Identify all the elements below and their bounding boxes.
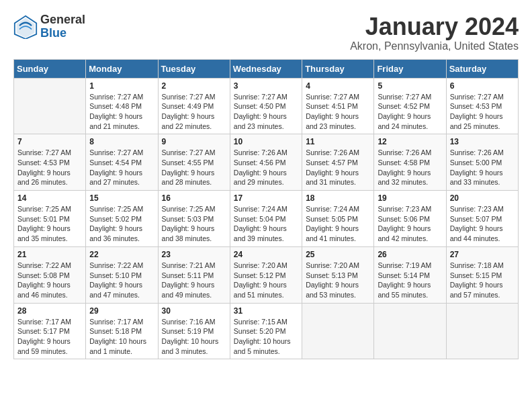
logo-general: General [40, 13, 85, 27]
day-number: 31 [234, 306, 298, 316]
calendar-cell: 12Sunrise: 7:26 AM Sunset: 4:58 PM Dayli… [374, 134, 446, 191]
day-number: 5 [378, 81, 442, 91]
day-info: Sunrise: 7:25 AM Sunset: 5:01 PM Dayligh… [17, 204, 82, 244]
calendar-cell: 5Sunrise: 7:27 AM Sunset: 4:52 PM Daylig… [374, 78, 446, 134]
calendar-cell [302, 303, 374, 359]
day-info: Sunrise: 7:27 AM Sunset: 4:50 PM Dayligh… [234, 92, 298, 132]
day-number: 14 [17, 193, 82, 203]
calendar-cell: 29Sunrise: 7:17 AM Sunset: 5:18 PM Dayli… [86, 303, 158, 359]
calendar-header: SundayMondayTuesdayWednesdayThursdayFrid… [14, 59, 519, 78]
day-number: 24 [234, 250, 298, 259]
day-info: Sunrise: 7:22 AM Sunset: 5:08 PM Dayligh… [17, 261, 82, 300]
calendar-cell: 19Sunrise: 7:23 AM Sunset: 5:06 PM Dayli… [374, 191, 446, 247]
day-number: 23 [162, 250, 226, 259]
day-info: Sunrise: 7:17 AM Sunset: 5:17 PM Dayligh… [17, 317, 82, 357]
day-info: Sunrise: 7:27 AM Sunset: 4:51 PM Dayligh… [306, 92, 370, 132]
logo-text: General Blue [40, 13, 85, 40]
day-number: 22 [89, 250, 154, 259]
day-number: 15 [89, 193, 154, 203]
calendar-cell: 16Sunrise: 7:25 AM Sunset: 5:03 PM Dayli… [158, 191, 230, 247]
day-number: 21 [17, 250, 82, 259]
calendar-cell: 25Sunrise: 7:20 AM Sunset: 5:13 PM Dayli… [302, 246, 374, 303]
calendar-cell: 7Sunrise: 7:27 AM Sunset: 4:53 PM Daylig… [14, 134, 86, 191]
day-info: Sunrise: 7:26 AM Sunset: 4:58 PM Dayligh… [378, 148, 442, 187]
day-info: Sunrise: 7:25 AM Sunset: 5:03 PM Dayligh… [162, 204, 226, 244]
day-info: Sunrise: 7:20 AM Sunset: 5:12 PM Dayligh… [234, 261, 298, 300]
day-info: Sunrise: 7:23 AM Sunset: 5:06 PM Dayligh… [378, 204, 442, 244]
day-info: Sunrise: 7:23 AM Sunset: 5:07 PM Dayligh… [450, 204, 515, 244]
calendar-cell: 3Sunrise: 7:27 AM Sunset: 4:50 PM Daylig… [230, 78, 302, 134]
page-title: January 2024 [350, 13, 519, 40]
calendar-cell: 28Sunrise: 7:17 AM Sunset: 5:17 PM Dayli… [14, 303, 86, 359]
day-number: 7 [17, 137, 82, 146]
day-number: 13 [450, 137, 515, 146]
day-number: 27 [450, 250, 515, 259]
page-subtitle: Akron, Pennsylvania, United States [350, 40, 519, 52]
calendar-cell: 30Sunrise: 7:16 AM Sunset: 5:19 PM Dayli… [158, 303, 230, 359]
day-info: Sunrise: 7:27 AM Sunset: 4:49 PM Dayligh… [162, 92, 226, 132]
day-number: 4 [306, 81, 370, 91]
day-number: 2 [162, 81, 226, 91]
calendar-dow-wednesday: Wednesday [230, 59, 302, 78]
day-number: 17 [234, 193, 298, 203]
day-number: 11 [306, 137, 370, 146]
calendar-cell: 6Sunrise: 7:27 AM Sunset: 4:53 PM Daylig… [446, 78, 518, 134]
day-number: 28 [17, 306, 82, 316]
day-info: Sunrise: 7:17 AM Sunset: 5:18 PM Dayligh… [89, 317, 154, 357]
calendar-cell: 9Sunrise: 7:27 AM Sunset: 4:55 PM Daylig… [158, 134, 230, 191]
logo-icon [13, 15, 38, 39]
day-number: 8 [89, 137, 154, 146]
calendar-cell: 26Sunrise: 7:19 AM Sunset: 5:14 PM Dayli… [374, 246, 446, 303]
calendar-cell: 8Sunrise: 7:27 AM Sunset: 4:54 PM Daylig… [86, 134, 158, 191]
day-info: Sunrise: 7:27 AM Sunset: 4:54 PM Dayligh… [89, 148, 154, 187]
calendar-dow-tuesday: Tuesday [158, 59, 230, 78]
calendar-cell: 10Sunrise: 7:26 AM Sunset: 4:56 PM Dayli… [230, 134, 302, 191]
day-info: Sunrise: 7:21 AM Sunset: 5:11 PM Dayligh… [162, 261, 226, 300]
day-number: 9 [162, 137, 226, 146]
day-info: Sunrise: 7:24 AM Sunset: 5:05 PM Dayligh… [306, 204, 370, 244]
calendar-week-1: 1Sunrise: 7:27 AM Sunset: 4:48 PM Daylig… [14, 78, 519, 134]
page-header: General Blue January 2024 Akron, Pennsyl… [13, 13, 519, 52]
calendar-dow-thursday: Thursday [302, 59, 374, 78]
calendar-cell [374, 303, 446, 359]
day-info: Sunrise: 7:22 AM Sunset: 5:10 PM Dayligh… [89, 261, 154, 300]
calendar-cell: 1Sunrise: 7:27 AM Sunset: 4:48 PM Daylig… [86, 78, 158, 134]
calendar-cell: 17Sunrise: 7:24 AM Sunset: 5:04 PM Dayli… [230, 191, 302, 247]
calendar-cell: 11Sunrise: 7:26 AM Sunset: 4:57 PM Dayli… [302, 134, 374, 191]
title-block: January 2024 Akron, Pennsylvania, United… [350, 13, 519, 52]
day-info: Sunrise: 7:26 AM Sunset: 4:57 PM Dayligh… [306, 148, 370, 187]
calendar-header-row: SundayMondayTuesdayWednesdayThursdayFrid… [14, 59, 519, 78]
calendar-week-3: 14Sunrise: 7:25 AM Sunset: 5:01 PM Dayli… [14, 191, 519, 247]
calendar-cell: 4Sunrise: 7:27 AM Sunset: 4:51 PM Daylig… [302, 78, 374, 134]
day-info: Sunrise: 7:27 AM Sunset: 4:48 PM Dayligh… [89, 92, 154, 132]
day-info: Sunrise: 7:24 AM Sunset: 5:04 PM Dayligh… [234, 204, 298, 244]
day-info: Sunrise: 7:27 AM Sunset: 4:55 PM Dayligh… [162, 148, 226, 187]
day-info: Sunrise: 7:25 AM Sunset: 5:02 PM Dayligh… [89, 204, 154, 244]
calendar-cell: 31Sunrise: 7:15 AM Sunset: 5:20 PM Dayli… [230, 303, 302, 359]
calendar-week-2: 7Sunrise: 7:27 AM Sunset: 4:53 PM Daylig… [14, 134, 519, 191]
day-number: 30 [162, 306, 226, 316]
calendar-table: SundayMondayTuesdayWednesdayThursdayFrid… [13, 59, 519, 360]
day-number: 3 [234, 81, 298, 91]
calendar-cell: 13Sunrise: 7:26 AM Sunset: 5:00 PM Dayli… [446, 134, 518, 191]
calendar-cell: 24Sunrise: 7:20 AM Sunset: 5:12 PM Dayli… [230, 246, 302, 303]
day-info: Sunrise: 7:27 AM Sunset: 4:53 PM Dayligh… [17, 148, 82, 187]
day-info: Sunrise: 7:26 AM Sunset: 4:56 PM Dayligh… [234, 148, 298, 187]
calendar-body: 1Sunrise: 7:27 AM Sunset: 4:48 PM Daylig… [14, 78, 519, 359]
logo-blue: Blue [40, 27, 85, 40]
calendar-cell: 22Sunrise: 7:22 AM Sunset: 5:10 PM Dayli… [86, 246, 158, 303]
calendar-dow-friday: Friday [374, 59, 446, 78]
day-info: Sunrise: 7:15 AM Sunset: 5:20 PM Dayligh… [234, 317, 298, 357]
day-info: Sunrise: 7:19 AM Sunset: 5:14 PM Dayligh… [378, 261, 442, 300]
day-number: 10 [234, 137, 298, 146]
day-number: 26 [378, 250, 442, 259]
day-info: Sunrise: 7:18 AM Sunset: 5:15 PM Dayligh… [450, 261, 515, 300]
calendar-cell: 20Sunrise: 7:23 AM Sunset: 5:07 PM Dayli… [446, 191, 518, 247]
day-info: Sunrise: 7:16 AM Sunset: 5:19 PM Dayligh… [162, 317, 226, 357]
day-number: 16 [162, 193, 226, 203]
calendar-cell: 23Sunrise: 7:21 AM Sunset: 5:11 PM Dayli… [158, 246, 230, 303]
calendar-cell [446, 303, 518, 359]
calendar-week-4: 21Sunrise: 7:22 AM Sunset: 5:08 PM Dayli… [14, 246, 519, 303]
logo: General Blue [13, 13, 85, 40]
calendar-cell: 2Sunrise: 7:27 AM Sunset: 4:49 PM Daylig… [158, 78, 230, 134]
